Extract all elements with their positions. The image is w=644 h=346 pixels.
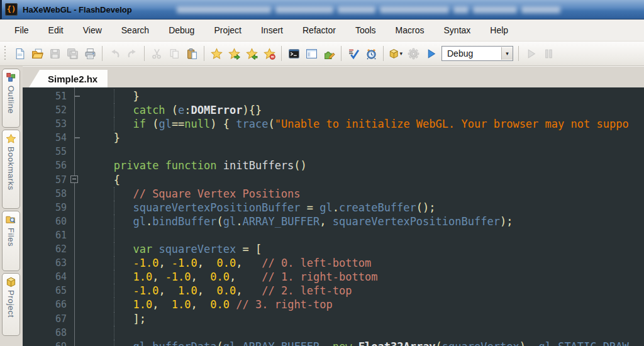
next-bookmark-icon bbox=[228, 48, 240, 60]
pause-icon bbox=[543, 48, 555, 60]
outline-cubes-icon bbox=[6, 72, 16, 83]
sidebar-tab-outline[interactable]: Outline bbox=[2, 69, 20, 128]
indent-guide bbox=[114, 201, 114, 215]
line-number: 69 bbox=[23, 340, 67, 346]
dock-sidebar: OutlineBookmarksFilesProject bbox=[0, 66, 23, 346]
code-text: // Square Vertex Positions bbox=[23, 187, 644, 201]
dropdown-caret-icon[interactable]: ▾ bbox=[399, 50, 402, 57]
code-text: ]; bbox=[23, 312, 644, 326]
next-bookmark-button[interactable] bbox=[226, 45, 242, 62]
window-title: HaXeWebGL - FlashDevelop bbox=[23, 5, 132, 14]
code-editor[interactable]: 51 }52 catch (e:DOMError){}53 if (gl==nu… bbox=[23, 87, 644, 346]
code-text: { bbox=[23, 173, 644, 187]
toolbar-separator bbox=[281, 46, 282, 61]
line-number: 65 bbox=[23, 284, 67, 298]
toolbar-grip[interactable] bbox=[4, 46, 7, 61]
toolbar-separator bbox=[341, 46, 341, 61]
code-text: 1.0, -1.0, 0.0, // 1. right-bottom bbox=[23, 270, 644, 284]
indent-guide bbox=[114, 103, 114, 117]
menu-insert[interactable]: Insert bbox=[254, 21, 290, 39]
toggle-bookmark-button[interactable] bbox=[208, 45, 225, 62]
sidebar-tab-label: Bookmarks bbox=[6, 147, 16, 191]
line-number: 62 bbox=[23, 242, 67, 256]
cut-button bbox=[148, 45, 165, 62]
syntax-check-icon bbox=[348, 48, 360, 60]
print-button[interactable] bbox=[82, 45, 98, 62]
save-icon bbox=[49, 48, 61, 60]
code-text: gl.bindBuffer(gl.ARRAY_BUFFER, squareVer… bbox=[23, 215, 644, 228]
toolbar-separator bbox=[383, 46, 384, 61]
line-number: 61 bbox=[23, 228, 67, 242]
menu-project[interactable]: Project bbox=[207, 21, 248, 39]
syntax-check-button[interactable] bbox=[345, 45, 362, 62]
sidebar-tab-bookmarks[interactable]: Bookmarks bbox=[2, 130, 20, 209]
layout-panels-button[interactable] bbox=[303, 45, 319, 62]
indent-guide bbox=[114, 270, 114, 284]
code-line: 54 } bbox=[23, 131, 644, 145]
menu-syntax[interactable]: Syntax bbox=[437, 21, 478, 39]
code-line: 69 gl.bufferData(gl.ARRAY_BUFFER, new Fl… bbox=[23, 340, 644, 346]
menu-search[interactable]: Search bbox=[114, 21, 156, 39]
fold-collapse-icon[interactable] bbox=[70, 176, 78, 183]
code-text: gl.bufferData(gl.ARRAY_BUFFER, new Float… bbox=[23, 340, 644, 346]
sidebar-tab-files[interactable]: Files bbox=[2, 211, 20, 271]
code-line: 66 1.0, 1.0, 0.0 // 3. right-top bbox=[23, 298, 644, 311]
open-file-button[interactable] bbox=[29, 45, 45, 62]
titlebar-blurred-text bbox=[177, 5, 560, 14]
flashdevelop-logo-icon[interactable]: {) bbox=[5, 3, 18, 16]
code-line: 56 private function initBuffers() bbox=[23, 159, 644, 172]
menu-tools[interactable]: Tools bbox=[348, 21, 383, 39]
code-text: -1.0, 1.0, 0.0, // 2. left-top bbox=[23, 284, 644, 298]
clear-bookmarks-button[interactable] bbox=[261, 45, 277, 62]
plugin-editor-icon bbox=[323, 48, 335, 60]
code-text: if (gl==null) { trace("Unable to initial… bbox=[23, 117, 644, 131]
sidebar-tab-label: Files bbox=[6, 228, 16, 247]
undo-icon bbox=[109, 48, 121, 60]
fold-end-tick bbox=[75, 96, 80, 97]
menu-edit[interactable]: Edit bbox=[42, 21, 70, 39]
code-line: 58 // Square Vertex Positions bbox=[23, 187, 644, 201]
line-number: 59 bbox=[23, 201, 67, 215]
pause-button bbox=[540, 45, 557, 62]
menu-macros[interactable]: Macros bbox=[389, 21, 431, 39]
line-number: 57 bbox=[23, 173, 67, 187]
project-box-icon bbox=[6, 277, 16, 287]
toolbar: ▾Debug▾ bbox=[0, 42, 644, 66]
indent-guide bbox=[114, 117, 114, 131]
line-number: 53 bbox=[23, 117, 67, 131]
redo-button bbox=[124, 45, 140, 62]
scheduled-tasks-button[interactable] bbox=[363, 45, 379, 62]
code-text: 1.0, 1.0, 0.0 // 3. right-top bbox=[23, 298, 644, 311]
clear-bookmarks-icon bbox=[264, 48, 275, 60]
fold-end-tick bbox=[75, 137, 80, 138]
sidebar-tab-project[interactable]: Project bbox=[2, 273, 20, 336]
build-project-button[interactable]: ▾ bbox=[387, 45, 404, 62]
combo-dropdown-icon[interactable]: ▾ bbox=[501, 47, 513, 60]
indent-guide bbox=[114, 228, 114, 242]
code-text: } bbox=[23, 131, 644, 145]
code-line: 52 catch (e:DOMError){} bbox=[23, 103, 644, 117]
menu-refactor[interactable]: Refactor bbox=[296, 21, 343, 39]
menu-help[interactable]: Help bbox=[483, 21, 515, 39]
new-document-button[interactable] bbox=[11, 45, 28, 62]
new-document-icon bbox=[14, 48, 26, 60]
build-config-select[interactable]: Debug▾ bbox=[441, 46, 513, 61]
scheduled-tasks-icon bbox=[365, 48, 377, 60]
prev-bookmark-button[interactable] bbox=[243, 45, 260, 62]
run-project-button[interactable] bbox=[423, 45, 439, 62]
code-line: 60 gl.bindBuffer(gl.ARRAY_BUFFER, square… bbox=[23, 215, 644, 228]
titlebar: {) HaXeWebGL - FlashDevelop bbox=[0, 0, 644, 20]
copy-icon bbox=[169, 48, 180, 60]
menu-debug[interactable]: Debug bbox=[162, 21, 201, 39]
sidebar-tab-label: Project bbox=[6, 290, 16, 318]
output-console-button[interactable] bbox=[286, 45, 302, 62]
toolbar-separator bbox=[102, 46, 103, 61]
menu-view[interactable]: View bbox=[76, 21, 109, 39]
save-all-icon bbox=[67, 48, 79, 60]
plugin-editor-button[interactable] bbox=[321, 45, 337, 62]
paste-button[interactable] bbox=[184, 45, 200, 62]
code-text: } bbox=[23, 89, 644, 103]
file-tab-simple2.hx[interactable]: Simple2.hx bbox=[29, 70, 108, 87]
menu-file[interactable]: File bbox=[8, 21, 36, 39]
indent-guide bbox=[114, 89, 114, 103]
